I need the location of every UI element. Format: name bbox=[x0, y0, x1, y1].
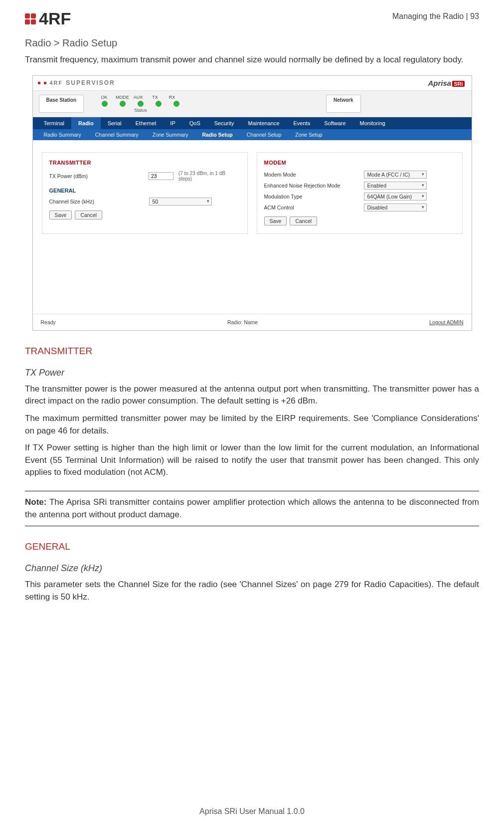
tx-text-3: If TX Power setting is higher than the h… bbox=[25, 442, 479, 479]
cancel-button-modem[interactable]: Cancel bbox=[290, 216, 317, 225]
aprisa-logo: AprisaSRi bbox=[428, 79, 464, 87]
supervisor-screenshot: 4RF SUPERVISOR AprisaSRi Base Station OK… bbox=[32, 75, 472, 331]
tx-power-label: TX Power (dBm) bbox=[49, 173, 144, 179]
nav-security[interactable]: Security bbox=[207, 117, 241, 129]
tab-network[interactable]: Network bbox=[326, 95, 360, 113]
section-transmitter: TRANSMITTER bbox=[25, 346, 479, 357]
nav-software[interactable]: Software bbox=[317, 117, 352, 129]
heading-channel-size: Channel Size (kHz) bbox=[25, 563, 479, 574]
nav-primary: Terminal Radio Serial Ethernet IP QoS Se… bbox=[33, 117, 472, 129]
led-ok bbox=[102, 101, 108, 107]
status-radio: Radio: Name bbox=[227, 319, 258, 325]
nav-ethernet[interactable]: Ethernet bbox=[129, 117, 164, 129]
acm-select[interactable]: Disabled bbox=[364, 204, 427, 211]
supervisor-label: SUPERVISOR bbox=[66, 79, 115, 86]
acm-label: ACM Control bbox=[264, 205, 359, 210]
status-label: Status bbox=[99, 108, 182, 113]
panel-title-modem: MODEM bbox=[264, 160, 455, 166]
led-tx bbox=[156, 101, 162, 107]
panel-modem: MODEM Modem ModeMode A (FCC / IC) Enhanc… bbox=[257, 152, 463, 234]
section-general: GENERAL bbox=[25, 541, 479, 552]
enr-select[interactable]: Enabled bbox=[364, 182, 427, 190]
subnav-channel-summary[interactable]: Channel Summary bbox=[88, 129, 146, 140]
subnav-zone-summary[interactable]: Zone Summary bbox=[146, 129, 195, 140]
modulation-select[interactable]: 64QAM (Low Gain) bbox=[364, 193, 427, 201]
status-ready: Ready bbox=[41, 319, 56, 325]
save-button[interactable]: Save bbox=[49, 210, 72, 219]
nav-radio[interactable]: Radio bbox=[71, 117, 101, 129]
enr-label: Enhanced Noise Rejection Mode bbox=[264, 183, 359, 189]
brand-text: 4RF bbox=[39, 9, 71, 28]
nav-secondary: Radio Summary Channel Summary Zone Summa… bbox=[33, 129, 472, 140]
tx-power-input[interactable] bbox=[149, 172, 173, 180]
tx-range-note: (7 to 23 dBm, in 1 dB steps) bbox=[178, 171, 240, 182]
led-rx bbox=[173, 101, 179, 107]
tab-base-station[interactable]: Base Station bbox=[39, 95, 84, 113]
modem-mode-select[interactable]: Mode A (FCC / IC) bbox=[364, 171, 427, 179]
tx-text-1: The transmitter power is the power measu… bbox=[25, 383, 479, 408]
nav-maintenance[interactable]: Maintenance bbox=[241, 117, 287, 129]
led-mode bbox=[120, 101, 126, 107]
channel-size-text: This parameter sets the Channel Size for… bbox=[25, 579, 479, 603]
nav-qos[interactable]: QoS bbox=[182, 117, 207, 129]
logout-link[interactable]: Logout ADMIN bbox=[429, 319, 463, 325]
nav-terminal[interactable]: Terminal bbox=[37, 117, 72, 129]
subnav-channel-setup[interactable]: Channel Setup bbox=[240, 129, 288, 140]
subnav-radio-setup[interactable]: Radio Setup bbox=[195, 129, 240, 140]
panel-sub-general: GENERAL bbox=[49, 188, 240, 194]
status-leds: OK MODE AUX TX RX Status bbox=[99, 95, 182, 113]
nav-monitoring[interactable]: Monitoring bbox=[353, 117, 392, 129]
modem-mode-label: Modem Mode bbox=[264, 172, 359, 178]
mini-brand: 4RF bbox=[50, 80, 63, 86]
intro-text: Transmit frequency, maximum transmit pow… bbox=[25, 54, 479, 66]
heading-tx-power: TX Power bbox=[25, 368, 479, 378]
brand-logo: 4RF bbox=[25, 9, 71, 28]
nav-ip[interactable]: IP bbox=[163, 117, 182, 129]
led-aux bbox=[138, 101, 144, 107]
note-text: Note: The Aprisa SRi transmitter contain… bbox=[25, 496, 479, 521]
page-header: Managing the Radio | 93 bbox=[392, 12, 479, 21]
cancel-button[interactable]: Cancel bbox=[75, 210, 102, 219]
modulation-label: Modulation Type bbox=[264, 194, 359, 200]
tx-text-2: The maximum permitted transmitter power … bbox=[25, 413, 479, 437]
nav-events[interactable]: Events bbox=[287, 117, 318, 129]
nav-serial[interactable]: Serial bbox=[101, 117, 129, 129]
page-footer: Aprisa SRi User Manual 1.0.0 bbox=[0, 807, 504, 816]
breadcrumb: Radio > Radio Setup bbox=[25, 37, 479, 49]
subnav-zone-setup[interactable]: Zone Setup bbox=[288, 129, 329, 140]
subnav-radio-summary[interactable]: Radio Summary bbox=[37, 129, 88, 140]
channel-size-select[interactable]: 50 bbox=[149, 198, 212, 206]
panel-transmitter: TRANSMITTER TX Power (dBm) (7 to 23 dBm,… bbox=[42, 152, 248, 234]
save-button-modem[interactable]: Save bbox=[264, 216, 287, 225]
channel-size-label: Channel Size (kHz) bbox=[49, 199, 144, 205]
panel-title-transmitter: TRANSMITTER bbox=[49, 160, 240, 166]
